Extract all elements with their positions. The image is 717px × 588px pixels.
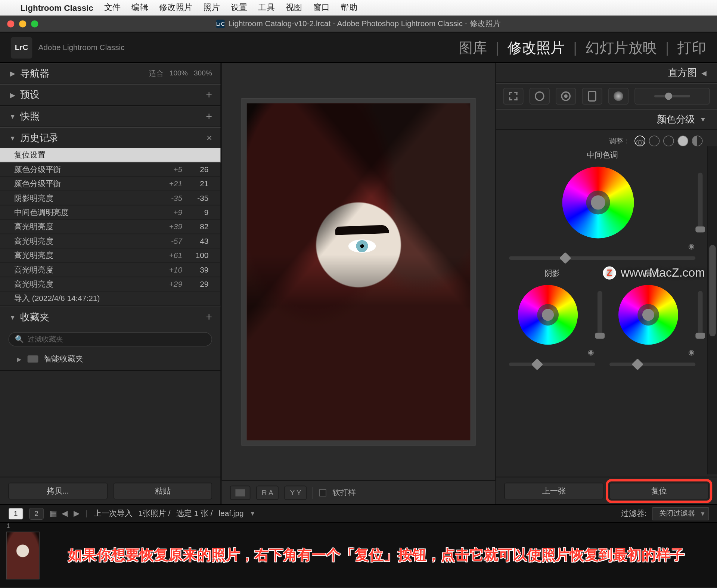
before-after-ra-button[interactable]: R A	[256, 485, 279, 500]
history-row[interactable]: 颜色分级平衡+526	[0, 162, 220, 177]
menu-settings[interactable]: 设置	[231, 2, 248, 13]
spot-tool-icon[interactable]	[530, 88, 550, 105]
navigator-panel-header[interactable]: ▶ 导航器 适合 100% 300%	[0, 63, 220, 84]
crop-tool-icon[interactable]	[503, 88, 523, 105]
highlights-luminance-slider[interactable]	[698, 291, 703, 339]
shadows-color-wheel[interactable]	[518, 285, 578, 345]
image-canvas[interactable]	[242, 98, 475, 445]
collections-panel-header[interactable]: ▼ 收藏夹 +	[0, 307, 220, 327]
snapshots-toggle-icon[interactable]: ▼	[8, 113, 16, 120]
tab-slideshow[interactable]: 幻灯片放映	[586, 38, 657, 57]
filter-dropdown[interactable]: 关闭过滤器	[652, 507, 708, 520]
gradient-tool-icon[interactable]	[608, 88, 628, 105]
tab-develop[interactable]: 修改照片	[508, 38, 565, 57]
color-grading-label: 颜色分级	[657, 113, 695, 126]
shadows-hslider[interactable]	[509, 363, 595, 366]
menu-file[interactable]: 文件	[104, 2, 121, 13]
midtones-eye-icon[interactable]: ◉	[502, 242, 703, 250]
highlights-eye-icon[interactable]: ◉	[602, 348, 703, 357]
color-grading-panel-header[interactable]: 颜色分级 ▼	[496, 109, 717, 130]
history-row[interactable]: 高光明亮度+1039	[0, 263, 220, 277]
menu-window[interactable]: 窗口	[313, 2, 330, 13]
color-grading-toggle-icon[interactable]: ▼	[700, 116, 706, 123]
cg-mode-shadows-icon[interactable]	[649, 136, 660, 146]
menu-photo[interactable]: 照片	[203, 2, 220, 13]
history-row[interactable]: 颜色分级平衡+2121	[0, 177, 220, 191]
menu-tools[interactable]: 工具	[258, 2, 275, 13]
navigator-toggle-icon[interactable]: ▶	[8, 69, 16, 77]
reset-button[interactable]: 复位	[609, 482, 709, 499]
softproof-checkbox[interactable]	[319, 489, 326, 496]
secondary-display-2[interactable]: 2	[29, 507, 44, 519]
menu-view[interactable]: 视图	[286, 2, 302, 13]
menubar-app-name[interactable]: Lightroom Classic	[20, 3, 93, 12]
history-clear-icon[interactable]: ×	[207, 133, 212, 143]
brush-tool-slider[interactable]	[634, 88, 710, 105]
app-brand: Adobe Lightroom Classic	[38, 43, 124, 52]
snapshots-add-icon[interactable]: +	[206, 110, 212, 123]
history-row[interactable]: 高光明亮度+61100	[0, 249, 220, 263]
zoom-100[interactable]: 100%	[170, 68, 188, 78]
history-row[interactable]: 高光明亮度-5743	[0, 234, 220, 248]
cg-mode-highlights-icon[interactable]	[677, 136, 688, 146]
histogram-toggle-icon[interactable]: ◀	[701, 69, 706, 77]
loupe-toolbar: R A Y Y 软打样	[222, 480, 496, 504]
menu-help[interactable]: 帮助	[341, 2, 357, 13]
cg-mode-midtones-icon[interactable]	[663, 136, 674, 146]
presets-panel-header[interactable]: ▶ 预设 +	[0, 85, 220, 105]
copy-button[interactable]: 拷贝...	[8, 482, 107, 499]
history-row[interactable]: 中间色调明亮度+99	[0, 205, 220, 220]
history-row[interactable]: 高光明亮度+2929	[0, 277, 220, 291]
history-toggle-icon[interactable]: ▼	[8, 134, 16, 141]
histogram-panel-header[interactable]: 直方图 ◀	[496, 63, 717, 83]
zoom-300[interactable]: 300%	[194, 68, 212, 78]
midtones-hslider[interactable]	[509, 256, 695, 260]
module-tabs: 图库 | 修改照片 | 幻灯片放映 | 打印	[459, 38, 707, 57]
grid-view-icon[interactable]: ▦	[50, 509, 56, 518]
history-panel-header[interactable]: ▼ 历史记录 ×	[0, 128, 220, 148]
midtones-color-wheel[interactable]	[562, 167, 634, 238]
adjust-label: 调整 :	[609, 136, 627, 146]
presets-toggle-icon[interactable]: ▶	[8, 91, 16, 99]
redeye-tool-icon[interactable]	[556, 88, 576, 105]
zoom-fit[interactable]: 适合	[149, 68, 163, 78]
breadcrumb-selected: 选定 1 张 /	[176, 508, 212, 519]
paste-button[interactable]: 粘贴	[113, 482, 212, 499]
presets-add-icon[interactable]: +	[206, 89, 212, 102]
color-grading-panel: 调整 : 中间色调 ◉	[496, 130, 717, 378]
history-row[interactable]: 高光明亮度+3982	[0, 220, 220, 234]
smart-collection-item[interactable]: ▶ 智能收藏夹	[0, 351, 220, 370]
previous-button[interactable]: 上一张	[504, 482, 603, 499]
collections-expand-icon[interactable]: ▶	[17, 356, 22, 363]
mask-tool-icon[interactable]	[582, 88, 602, 105]
highlights-color-wheel[interactable]	[618, 285, 678, 345]
collections-toggle-icon[interactable]: ▼	[8, 314, 16, 321]
nav-fwd-icon[interactable]: ▶	[74, 509, 80, 518]
highlights-hslider[interactable]	[609, 363, 695, 366]
snapshots-panel-header[interactable]: ▼ 快照 +	[0, 106, 220, 127]
right-panel-scrollbar[interactable]	[707, 146, 717, 474]
breadcrumb-source[interactable]: 上一次导入	[94, 508, 133, 519]
cg-mode-global-icon[interactable]	[692, 136, 703, 146]
tab-library[interactable]: 图库	[459, 38, 487, 57]
history-row[interactable]: 复位设置	[0, 148, 220, 162]
history-row[interactable]: 阴影明亮度-35-35	[0, 191, 220, 205]
shadows-luminance-slider[interactable]	[598, 291, 602, 339]
loupe-view-icon[interactable]	[230, 485, 250, 500]
shadows-eye-icon[interactable]: ◉	[502, 348, 602, 357]
presets-label: 预设	[20, 89, 39, 102]
cg-mode-3way-icon[interactable]	[634, 136, 645, 146]
menu-edit[interactable]: 编辑	[131, 2, 148, 13]
tab-print[interactable]: 打印	[677, 38, 706, 57]
secondary-display-1[interactable]: 1	[8, 507, 23, 519]
nav-back-icon[interactable]: ◀	[62, 509, 68, 518]
filmstrip-thumbnail[interactable]: 1	[6, 531, 40, 579]
menu-develop[interactable]: 修改照片	[159, 2, 193, 13]
collections-add-icon[interactable]: +	[206, 311, 212, 324]
midtones-luminance-slider[interactable]	[698, 172, 703, 232]
collections-search-input[interactable]: 🔍 过滤收藏夹	[8, 332, 212, 346]
history-row[interactable]: 导入 (2022/4/6 14:47:21)	[0, 292, 220, 306]
shadows-label: 阴影	[502, 268, 602, 279]
before-after-yy-button[interactable]: Y Y	[285, 485, 307, 500]
collections-search-placeholder: 过滤收藏夹	[28, 334, 63, 344]
